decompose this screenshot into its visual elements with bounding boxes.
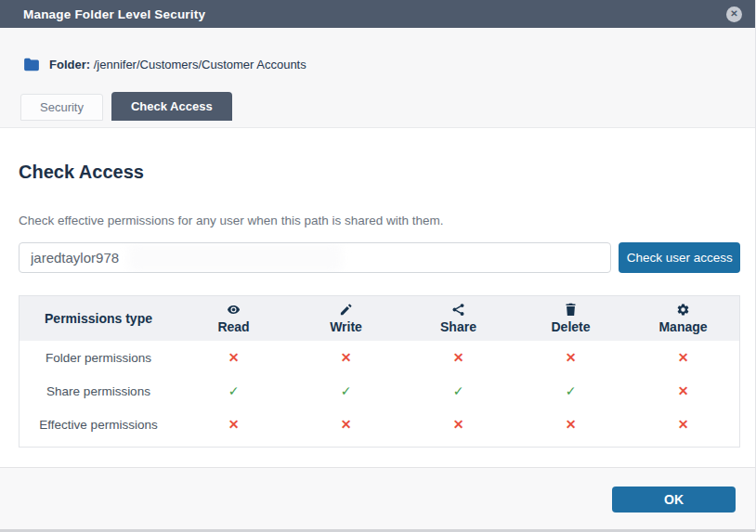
table-row-folder-permissions: Folder permissions ✕ ✕ ✕ ✕ ✕ xyxy=(20,341,739,374)
dialog-titlebar: Manage Folder Level Security ✕ xyxy=(0,0,755,28)
column-label: Read xyxy=(217,319,249,334)
folder-label: Folder: xyxy=(49,58,90,71)
table-row-effective-permissions: Effective permissions ✕ ✕ ✕ ✕ ✕ xyxy=(20,408,739,441)
tab-bar: Security Check Access xyxy=(20,92,755,121)
user-lookup-row: Check user access xyxy=(19,242,740,273)
column-header-delete: Delete xyxy=(515,303,627,334)
row-label: Folder permissions xyxy=(20,351,177,365)
folder-icon xyxy=(23,58,40,71)
row-label: Effective permissions xyxy=(20,418,177,432)
table-row-share-permissions: Share permissions ✓ ✓ ✓ ✓ ✕ xyxy=(20,374,739,408)
column-header-share: Share xyxy=(402,303,515,334)
permission-mark: ✕ xyxy=(453,418,464,431)
row-label: Share permissions xyxy=(20,384,177,398)
permissions-table-body: Folder permissions ✕ ✕ ✕ ✕ ✕ Share permi… xyxy=(20,341,739,447)
permission-mark: ✓ xyxy=(566,384,577,397)
permission-mark: ✕ xyxy=(341,418,352,431)
permission-mark: ✕ xyxy=(453,351,464,364)
trash-icon xyxy=(564,303,578,317)
permission-mark: ✕ xyxy=(228,418,240,431)
permission-mark: ✕ xyxy=(566,418,577,431)
permissions-table: Permissions type Read Write Share xyxy=(19,295,740,448)
column-header-write: Write xyxy=(290,303,402,334)
share-icon xyxy=(451,303,465,317)
user-input-wrapper xyxy=(19,242,611,273)
check-access-panel: Check Access Check effective permissions… xyxy=(0,128,755,467)
permission-mark: ✓ xyxy=(453,384,464,397)
permission-mark: ✓ xyxy=(341,384,352,397)
column-label: Share xyxy=(440,319,476,334)
permission-mark: ✕ xyxy=(678,418,689,431)
page-title: Check Access xyxy=(19,162,740,183)
check-user-access-button[interactable]: Check user access xyxy=(619,242,740,273)
close-icon[interactable]: ✕ xyxy=(726,6,742,22)
tab-check-access[interactable]: Check Access xyxy=(111,92,232,121)
column-header-manage: Manage xyxy=(627,303,739,334)
folder-path-text: Folder: /jennifer/Customers/Customer Acc… xyxy=(49,58,306,71)
permission-mark: ✕ xyxy=(678,384,689,397)
permission-mark: ✕ xyxy=(566,351,577,364)
eye-icon xyxy=(227,303,241,317)
column-label: Manage xyxy=(658,319,707,334)
dialog-footer: OK xyxy=(0,467,755,532)
permissions-table-header: Permissions type Read Write Share xyxy=(20,296,739,341)
column-label: Delete xyxy=(551,319,590,334)
dialog-upper-section: Folder: /jennifer/Customers/Customer Acc… xyxy=(0,28,755,128)
username-input[interactable] xyxy=(20,243,610,272)
dialog-title: Manage Folder Level Security xyxy=(23,7,205,21)
permission-mark: ✕ xyxy=(341,351,352,364)
permission-mark: ✓ xyxy=(228,384,240,397)
tab-security[interactable]: Security xyxy=(20,94,103,121)
ok-button[interactable]: OK xyxy=(612,487,736,513)
column-header-read: Read xyxy=(177,303,290,334)
folder-path-value: /jennifer/Customers/Customer Accounts xyxy=(94,58,306,71)
gear-icon xyxy=(676,303,690,317)
column-header-permissions-type: Permissions type xyxy=(20,311,177,326)
column-label: Write xyxy=(330,319,362,334)
check-access-description: Check effective permissions for any user… xyxy=(19,214,740,227)
permission-mark: ✕ xyxy=(228,351,240,364)
folder-path-row: Folder: /jennifer/Customers/Customer Acc… xyxy=(0,28,755,71)
pencil-icon xyxy=(339,303,353,317)
permission-mark: ✕ xyxy=(678,351,689,364)
